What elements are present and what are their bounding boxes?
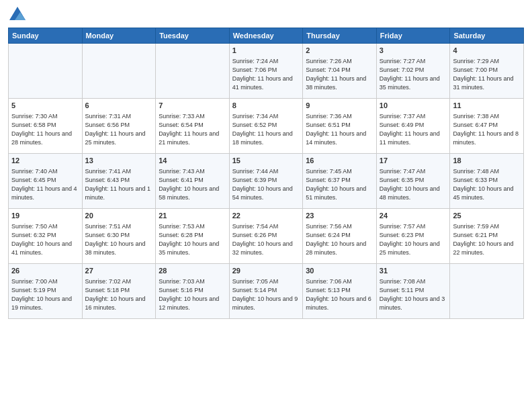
calendar-cell [450, 263, 524, 318]
calendar-cell: 22Sunrise: 7:54 AMSunset: 6:26 PMDayligh… [229, 208, 303, 263]
calendar-cell: 8Sunrise: 7:34 AMSunset: 6:52 PMDaylight… [229, 98, 303, 153]
day-number: 26 [11, 266, 79, 276]
day-info: Sunrise: 7:47 AMSunset: 6:35 PMDaylight:… [380, 167, 447, 202]
day-info: Sunrise: 7:26 AMSunset: 7:04 PMDaylight:… [306, 57, 373, 92]
day-number: 23 [306, 211, 373, 221]
day-info: Sunrise: 7:00 AMSunset: 5:19 PMDaylight:… [11, 277, 79, 312]
calendar-table: SundayMondayTuesdayWednesdayThursdayFrid… [8, 28, 524, 319]
calendar-cell: 9Sunrise: 7:36 AMSunset: 6:51 PMDaylight… [303, 98, 377, 153]
day-info: Sunrise: 7:44 AMSunset: 6:39 PMDaylight:… [232, 167, 300, 202]
day-number: 10 [380, 101, 447, 111]
day-info: Sunrise: 7:37 AMSunset: 6:49 PMDaylight:… [380, 112, 447, 147]
day-number: 18 [453, 156, 521, 166]
day-number: 7 [159, 101, 226, 111]
calendar-cell: 3Sunrise: 7:27 AMSunset: 7:02 PMDaylight… [376, 43, 450, 98]
calendar-cell: 18Sunrise: 7:48 AMSunset: 6:33 PMDayligh… [450, 153, 524, 208]
weekday-header-monday: Monday [82, 28, 156, 43]
day-number: 4 [453, 46, 521, 56]
weekday-header-wednesday: Wednesday [229, 28, 303, 43]
day-number: 8 [232, 101, 300, 111]
day-number: 16 [306, 156, 373, 166]
weekday-header-saturday: Saturday [450, 28, 524, 43]
calendar-cell: 5Sunrise: 7:30 AMSunset: 6:58 PMDaylight… [9, 98, 83, 153]
logo-icon [9, 7, 26, 20]
day-info: Sunrise: 7:30 AMSunset: 6:58 PMDaylight:… [11, 112, 79, 147]
calendar-cell: 15Sunrise: 7:44 AMSunset: 6:39 PMDayligh… [229, 153, 303, 208]
calendar-week-3: 12Sunrise: 7:40 AMSunset: 6:45 PMDayligh… [9, 153, 524, 208]
calendar-cell: 19Sunrise: 7:50 AMSunset: 6:32 PMDayligh… [9, 208, 83, 263]
calendar-cell: 4Sunrise: 7:29 AMSunset: 7:00 PMDaylight… [450, 43, 524, 98]
day-info: Sunrise: 7:33 AMSunset: 6:54 PMDaylight:… [159, 112, 226, 147]
day-number: 9 [306, 101, 373, 111]
day-info: Sunrise: 7:50 AMSunset: 6:32 PMDaylight:… [11, 222, 79, 257]
calendar-week-4: 19Sunrise: 7:50 AMSunset: 6:32 PMDayligh… [9, 208, 524, 263]
calendar-cell: 10Sunrise: 7:37 AMSunset: 6:49 PMDayligh… [376, 98, 450, 153]
calendar-cell: 11Sunrise: 7:38 AMSunset: 6:47 PMDayligh… [450, 98, 524, 153]
day-info: Sunrise: 7:40 AMSunset: 6:45 PMDaylight:… [11, 167, 79, 202]
day-info: Sunrise: 7:24 AMSunset: 7:06 PMDaylight:… [232, 57, 300, 92]
day-number: 29 [232, 266, 300, 276]
day-info: Sunrise: 7:02 AMSunset: 5:18 PMDaylight:… [85, 277, 153, 312]
calendar-cell: 29Sunrise: 7:05 AMSunset: 5:14 PMDayligh… [229, 263, 303, 318]
calendar-cell: 28Sunrise: 7:03 AMSunset: 5:16 PMDayligh… [156, 263, 230, 318]
day-number: 27 [85, 266, 153, 276]
day-info: Sunrise: 7:36 AMSunset: 6:51 PMDaylight:… [306, 112, 373, 147]
day-number: 3 [380, 46, 447, 56]
day-info: Sunrise: 7:45 AMSunset: 6:37 PMDaylight:… [306, 167, 373, 202]
day-number: 6 [85, 101, 153, 111]
calendar-cell: 14Sunrise: 7:43 AMSunset: 6:41 PMDayligh… [156, 153, 230, 208]
calendar-cell [9, 43, 83, 98]
weekday-header-sunday: Sunday [9, 28, 83, 43]
header [8, 7, 524, 24]
day-number: 15 [232, 156, 300, 166]
day-info: Sunrise: 7:54 AMSunset: 6:26 PMDaylight:… [232, 222, 300, 257]
day-number: 21 [159, 211, 226, 221]
day-info: Sunrise: 7:06 AMSunset: 5:13 PMDaylight:… [306, 277, 373, 312]
calendar-cell: 6Sunrise: 7:31 AMSunset: 6:56 PMDaylight… [82, 98, 156, 153]
day-info: Sunrise: 7:57 AMSunset: 6:23 PMDaylight:… [380, 222, 447, 257]
day-info: Sunrise: 7:05 AMSunset: 5:14 PMDaylight:… [232, 277, 300, 312]
weekday-header-tuesday: Tuesday [156, 28, 230, 43]
calendar-cell: 26Sunrise: 7:00 AMSunset: 5:19 PMDayligh… [9, 263, 83, 318]
calendar-cell: 25Sunrise: 7:59 AMSunset: 6:21 PMDayligh… [450, 208, 524, 263]
day-number: 31 [380, 266, 447, 276]
day-number: 25 [453, 211, 521, 221]
calendar-cell: 31Sunrise: 7:08 AMSunset: 5:11 PMDayligh… [376, 263, 450, 318]
day-number: 13 [85, 156, 153, 166]
day-info: Sunrise: 7:43 AMSunset: 6:41 PMDaylight:… [159, 167, 226, 202]
calendar-week-1: 1Sunrise: 7:24 AMSunset: 7:06 PMDaylight… [9, 43, 524, 98]
day-info: Sunrise: 7:51 AMSunset: 6:30 PMDaylight:… [85, 222, 153, 257]
day-info: Sunrise: 7:38 AMSunset: 6:47 PMDaylight:… [453, 112, 521, 147]
calendar-cell: 27Sunrise: 7:02 AMSunset: 5:18 PMDayligh… [82, 263, 156, 318]
weekday-header-thursday: Thursday [303, 28, 377, 43]
day-info: Sunrise: 7:48 AMSunset: 6:33 PMDaylight:… [453, 167, 521, 202]
calendar-week-5: 26Sunrise: 7:00 AMSunset: 5:19 PMDayligh… [9, 263, 524, 318]
day-info: Sunrise: 7:41 AMSunset: 6:43 PMDaylight:… [85, 167, 153, 202]
day-info: Sunrise: 7:34 AMSunset: 6:52 PMDaylight:… [232, 112, 300, 147]
day-number: 28 [159, 266, 226, 276]
day-info: Sunrise: 7:03 AMSunset: 5:16 PMDaylight:… [159, 277, 226, 312]
page-container: SundayMondayTuesdayWednesdayThursdayFrid… [0, 0, 532, 411]
day-info: Sunrise: 7:56 AMSunset: 6:24 PMDaylight:… [306, 222, 373, 257]
calendar-cell: 7Sunrise: 7:33 AMSunset: 6:54 PMDaylight… [156, 98, 230, 153]
calendar-cell: 1Sunrise: 7:24 AMSunset: 7:06 PMDaylight… [229, 43, 303, 98]
day-number: 30 [306, 266, 373, 276]
day-number: 24 [380, 211, 447, 221]
calendar-cell: 16Sunrise: 7:45 AMSunset: 6:37 PMDayligh… [303, 153, 377, 208]
day-number: 19 [11, 211, 79, 221]
day-info: Sunrise: 7:53 AMSunset: 6:28 PMDaylight:… [159, 222, 226, 257]
logo-text [8, 7, 26, 24]
calendar-cell: 20Sunrise: 7:51 AMSunset: 6:30 PMDayligh… [82, 208, 156, 263]
calendar-header-row: SundayMondayTuesdayWednesdayThursdayFrid… [9, 28, 524, 43]
calendar-cell: 2Sunrise: 7:26 AMSunset: 7:04 PMDaylight… [303, 43, 377, 98]
day-number: 1 [232, 46, 300, 56]
day-number: 5 [11, 101, 79, 111]
calendar-cell: 23Sunrise: 7:56 AMSunset: 6:24 PMDayligh… [303, 208, 377, 263]
logo [8, 7, 26, 24]
calendar-cell: 21Sunrise: 7:53 AMSunset: 6:28 PMDayligh… [156, 208, 230, 263]
day-number: 12 [11, 156, 79, 166]
day-number: 17 [380, 156, 447, 166]
calendar-cell: 17Sunrise: 7:47 AMSunset: 6:35 PMDayligh… [376, 153, 450, 208]
day-info: Sunrise: 7:31 AMSunset: 6:56 PMDaylight:… [85, 112, 153, 147]
weekday-header-friday: Friday [376, 28, 450, 43]
